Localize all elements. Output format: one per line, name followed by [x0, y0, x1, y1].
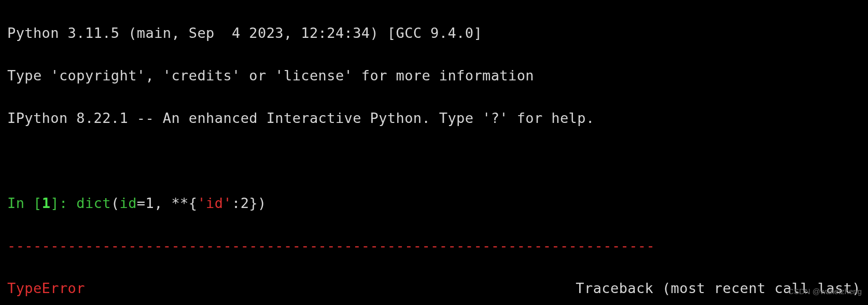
python-banner-line3: IPython 8.22.1 -- An enhanced Interactiv…: [7, 107, 861, 129]
prompt-in: In [: [7, 195, 42, 211]
traceback-header: TypeErrorTraceback (most recent call las…: [7, 278, 861, 299]
input-prompt-line[interactable]: In [1]: dict(id=1, **{'id':2}): [7, 192, 861, 214]
code-colon-v: :2: [232, 195, 249, 211]
ipython-terminal[interactable]: Python 3.11.5 (main, Sep 4 2023, 12:24:3…: [0, 0, 868, 305]
code-eq-val: =1,: [137, 195, 172, 211]
python-banner-line2: Type 'copyright', 'credits' or 'license'…: [7, 65, 861, 86]
prompt-in-close: ]:: [50, 195, 76, 211]
python-banner-line1: Python 3.11.5 (main, Sep 4 2023, 12:24:3…: [7, 22, 861, 44]
code-kw: id: [120, 195, 137, 211]
code-close: }): [249, 195, 266, 211]
code-func: dict: [76, 195, 111, 211]
blank-line: [7, 150, 861, 171]
code-string: 'id': [197, 195, 232, 211]
error-name: TypeError: [7, 278, 85, 299]
watermark: CSDN @waketzheng: [788, 281, 862, 302]
prompt-number: 1: [42, 195, 51, 211]
code-splat: **{: [171, 195, 197, 211]
traceback-separator: ----------------------------------------…: [7, 235, 861, 256]
code-paren-open: (: [111, 195, 120, 211]
